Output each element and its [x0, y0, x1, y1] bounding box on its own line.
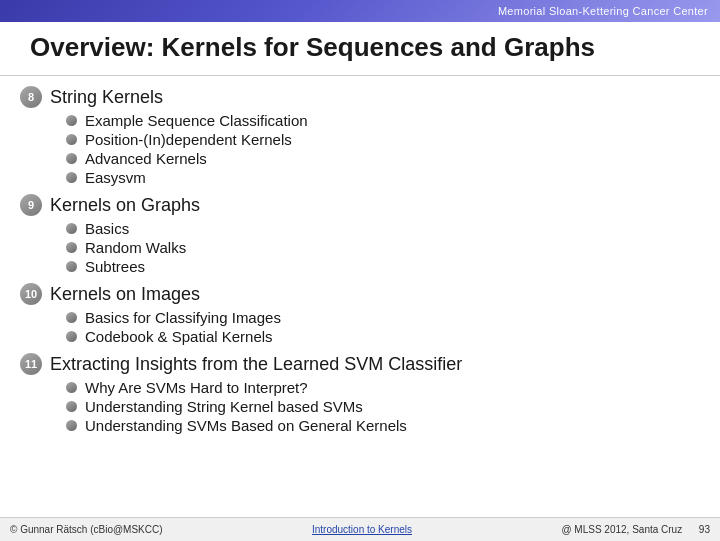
footer-left: © Gunnar Rätsch (cBio@MSKCC): [10, 524, 163, 535]
list-item: Random Walks: [66, 239, 690, 256]
list-item: Easysvm: [66, 169, 690, 186]
section-9-items: Basics Random Walks Subtrees: [66, 220, 690, 275]
section-8-header: 8 String Kernels: [20, 86, 690, 108]
footer: © Gunnar Rätsch (cBio@MSKCC) Introductio…: [0, 517, 720, 541]
section-8: 8 String Kernels Example Sequence Classi…: [20, 86, 690, 186]
institution-name: Memorial Sloan-Kettering Cancer Center: [498, 5, 708, 17]
list-item: Basics: [66, 220, 690, 237]
section-10: 10 Kernels on Images Basics for Classify…: [20, 283, 690, 345]
list-item: Basics for Classifying Images: [66, 309, 690, 326]
section-11-items: Why Are SVMs Hard to Interpret? Understa…: [66, 379, 690, 434]
section-9-title: Kernels on Graphs: [50, 195, 200, 216]
bullet-icon: [66, 115, 77, 126]
list-item: Advanced Kernels: [66, 150, 690, 167]
section-8-items: Example Sequence Classification Position…: [66, 112, 690, 186]
bullet-icon: [66, 312, 77, 323]
section-10-items: Basics for Classifying Images Codebook &…: [66, 309, 690, 345]
list-item: Codebook & Spatial Kernels: [66, 328, 690, 345]
list-item: Understanding String Kernel based SVMs: [66, 398, 690, 415]
slide-title: Overview: Kernels for Sequences and Grap…: [0, 22, 720, 76]
top-bar: Memorial Sloan-Kettering Cancer Center: [0, 0, 720, 22]
list-item: Why Are SVMs Hard to Interpret?: [66, 379, 690, 396]
section-8-title: String Kernels: [50, 87, 163, 108]
content-area: 8 String Kernels Example Sequence Classi…: [0, 76, 720, 452]
list-item: Example Sequence Classification: [66, 112, 690, 129]
section-11-number: 11: [20, 353, 42, 375]
section-9: 9 Kernels on Graphs Basics Random Walks …: [20, 194, 690, 275]
section-10-title: Kernels on Images: [50, 284, 200, 305]
list-item: Understanding SVMs Based on General Kern…: [66, 417, 690, 434]
footer-center[interactable]: Introduction to Kernels: [312, 524, 412, 535]
section-8-number: 8: [20, 86, 42, 108]
bullet-icon: [66, 223, 77, 234]
section-10-header: 10 Kernels on Images: [20, 283, 690, 305]
bullet-icon: [66, 153, 77, 164]
section-10-number: 10: [20, 283, 42, 305]
footer-right: @ MLSS 2012, Santa Cruz 93: [561, 524, 710, 535]
bullet-icon: [66, 261, 77, 272]
section-11: 11 Extracting Insights from the Learned …: [20, 353, 690, 434]
section-11-title: Extracting Insights from the Learned SVM…: [50, 354, 462, 375]
bullet-icon: [66, 331, 77, 342]
bullet-icon: [66, 134, 77, 145]
section-11-header: 11 Extracting Insights from the Learned …: [20, 353, 690, 375]
list-item: Position-(In)dependent Kernels: [66, 131, 690, 148]
bullet-icon: [66, 401, 77, 412]
page-number: 93: [699, 524, 710, 535]
list-item: Subtrees: [66, 258, 690, 275]
bullet-icon: [66, 172, 77, 183]
bullet-icon: [66, 242, 77, 253]
bullet-icon: [66, 382, 77, 393]
section-9-header: 9 Kernels on Graphs: [20, 194, 690, 216]
section-9-number: 9: [20, 194, 42, 216]
bullet-icon: [66, 420, 77, 431]
